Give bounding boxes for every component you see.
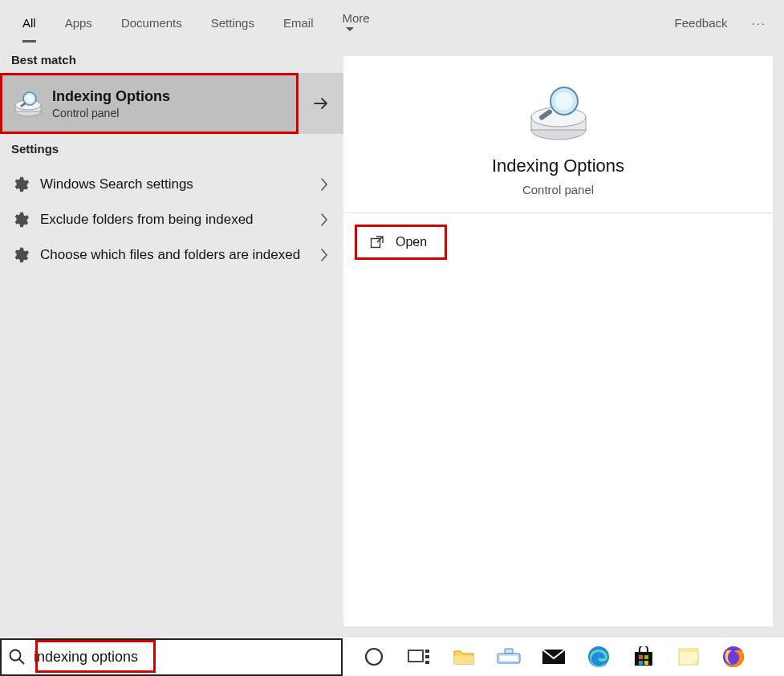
tab-label: Documents xyxy=(121,16,182,30)
search-icon xyxy=(8,648,26,666)
tab-more[interactable]: More xyxy=(327,0,384,47)
overflow-menu-button[interactable]: ··· xyxy=(741,3,776,43)
firefox-icon[interactable] xyxy=(721,645,745,669)
open-label: Open xyxy=(396,235,427,249)
open-icon xyxy=(370,235,384,249)
settings-results-list: Windows Search settings Exclude folders … xyxy=(0,162,343,277)
taskbar xyxy=(0,638,784,676)
indexing-options-icon xyxy=(522,80,595,144)
tab-settings[interactable]: Settings xyxy=(197,3,269,43)
indexing-options-icon xyxy=(12,87,44,119)
microsoft-store-icon[interactable] xyxy=(632,645,656,669)
svg-rect-27 xyxy=(639,655,643,659)
svg-rect-12 xyxy=(372,239,380,248)
svg-point-13 xyxy=(10,650,21,661)
setting-item-label: Choose which files and folders are index… xyxy=(40,246,319,265)
chevron-right-icon xyxy=(319,213,332,227)
on-screen-keyboard-icon[interactable] xyxy=(497,645,521,669)
tab-all[interactable]: All xyxy=(8,3,51,43)
file-explorer-icon[interactable] xyxy=(452,645,476,669)
best-match-subtitle: Control panel xyxy=(52,107,170,119)
setting-item-label: Exclude folders from being indexed xyxy=(40,211,319,229)
task-view-icon[interactable] xyxy=(407,645,431,669)
chevron-right-icon xyxy=(319,248,332,262)
best-match-row: Indexing Options Control panel xyxy=(0,73,343,134)
search-input[interactable] xyxy=(32,646,335,669)
taskbar-pinned-apps xyxy=(343,645,745,669)
svg-rect-28 xyxy=(644,655,648,659)
tab-label: Email xyxy=(283,16,314,30)
preview-header: Indexing Options Control panel xyxy=(343,56,773,213)
tab-label: Apps xyxy=(65,16,92,30)
svg-line-14 xyxy=(19,659,24,664)
preview-subtitle: Control panel xyxy=(522,183,594,196)
svg-rect-23 xyxy=(505,649,513,654)
results-list-pane: Best match Indexing Options Control pane xyxy=(0,45,343,638)
best-match-expand-button[interactable] xyxy=(299,73,343,134)
tab-label: All xyxy=(22,16,36,30)
settings-section-label: Settings xyxy=(0,134,343,162)
cortana-icon[interactable] xyxy=(362,645,386,669)
gear-icon xyxy=(11,245,30,265)
search-filter-tabs: All Apps Documents Settings Email More F… xyxy=(0,0,784,45)
svg-rect-26 xyxy=(635,652,652,666)
svg-rect-29 xyxy=(639,661,643,665)
svg-rect-16 xyxy=(408,650,423,662)
tab-label: Settings xyxy=(211,16,254,30)
tab-label: More xyxy=(342,11,369,25)
preview-pane: Indexing Options Control panel Open xyxy=(343,45,784,638)
svg-rect-20 xyxy=(454,656,473,664)
best-match-text: Indexing Options Control panel xyxy=(52,88,170,119)
edge-icon[interactable] xyxy=(587,645,611,669)
taskbar-search-box[interactable] xyxy=(0,638,343,676)
svg-point-4 xyxy=(26,95,34,103)
mail-icon[interactable] xyxy=(542,645,566,669)
tab-documents[interactable]: Documents xyxy=(107,3,197,43)
search-results-body: Best match Indexing Options Control pane xyxy=(0,45,784,638)
setting-item-exclude-folders[interactable]: Exclude folders from being indexed xyxy=(0,202,343,237)
setting-item-label: Windows Search settings xyxy=(40,176,319,194)
best-match-title: Indexing Options xyxy=(52,88,170,105)
setting-item-windows-search-settings[interactable]: Windows Search settings xyxy=(0,167,343,202)
feedback-label: Feedback xyxy=(675,16,728,30)
best-match-section-label: Best match xyxy=(0,45,343,73)
svg-rect-30 xyxy=(644,661,648,665)
svg-rect-18 xyxy=(425,655,429,658)
ellipsis-icon: ··· xyxy=(751,16,766,30)
sticky-notes-icon[interactable] xyxy=(676,645,701,669)
preview-card: Indexing Options Control panel Open xyxy=(343,56,773,626)
gear-icon xyxy=(11,175,30,194)
setting-item-choose-files-folders[interactable]: Choose which files and folders are index… xyxy=(0,237,343,273)
gear-icon xyxy=(11,210,30,229)
best-match-result[interactable]: Indexing Options Control panel xyxy=(0,73,299,134)
open-button[interactable]: Open xyxy=(355,225,447,260)
feedback-link[interactable]: Feedback xyxy=(660,3,742,43)
chevron-down-icon xyxy=(345,25,355,34)
chevron-right-icon xyxy=(319,177,332,192)
preview-title: Indexing Options xyxy=(492,156,624,176)
svg-rect-22 xyxy=(500,656,518,661)
svg-point-10 xyxy=(555,92,573,110)
tab-email[interactable]: Email xyxy=(269,3,328,43)
tab-apps[interactable]: Apps xyxy=(51,3,107,43)
arrow-right-icon xyxy=(311,94,331,113)
preview-actions: Open xyxy=(343,213,773,268)
svg-point-15 xyxy=(366,649,382,665)
svg-rect-17 xyxy=(425,650,429,653)
svg-rect-19 xyxy=(425,661,429,664)
